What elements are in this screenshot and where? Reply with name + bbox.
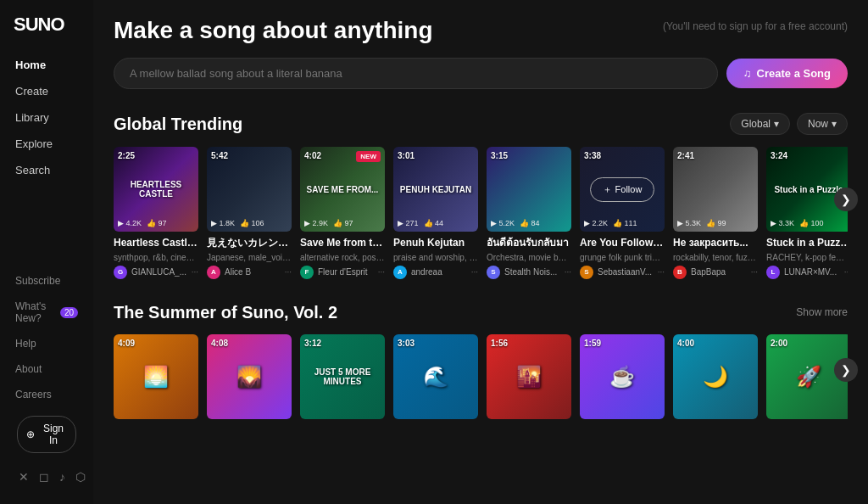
sidebar-item-library[interactable]: Library [8, 105, 85, 130]
trending-next-button[interactable]: ❯ [834, 188, 858, 211]
summer-card-s4[interactable]: 3:03 🌊 [393, 334, 478, 424]
card-more-button[interactable]: ··· [285, 267, 292, 277]
card-artist: A Alice B ··· [207, 266, 292, 279]
card-duration: 3:24 [771, 151, 787, 160]
card-more-button[interactable]: ··· [378, 267, 385, 277]
play-count: ▶ 3.3K [771, 219, 794, 227]
trending-card-mienai-calendar[interactable]: 5:42 ▶ 1.8K 👍 106 見えないカレンダー Japanese, ma… [207, 147, 292, 279]
card-more-button[interactable]: ··· [658, 267, 665, 277]
summer-card-s5[interactable]: 1:56 🌇 [487, 334, 571, 424]
card-artist: S Stealth Nois... ··· [487, 266, 571, 279]
card-artist: S SebastiaanV... ··· [580, 266, 665, 279]
card-duration: 4:08 [211, 339, 228, 348]
trending-card-are-you-following[interactable]: 3:38 ＋ Follow ▶ 2.2K 👍 111 Are You Follo… [580, 147, 665, 279]
play-count: ▶ 2.9K [304, 219, 328, 227]
search-input[interactable] [114, 58, 718, 89]
card-duration: 5:42 [211, 151, 228, 160]
artist-avatar: S [580, 266, 593, 279]
trending-section-header: Global Trending Global ▾ Now ▾ [114, 113, 848, 135]
summer-cards-container: 4:09 🌅 4:08 🌄 3:12 JUST 5 MORE MINUTES 3… [114, 334, 848, 424]
now-filter-button[interactable]: Now ▾ [797, 113, 848, 135]
sidebar-item-create[interactable]: Create [8, 79, 85, 104]
sidebar-item-careers[interactable]: Careers [8, 384, 85, 406]
trending-cards-container: 2:25 HEARTLESS CASTLE ▶ 4.2K 👍 97 Heartl… [114, 147, 848, 279]
card-title: Are You Following? [580, 237, 665, 250]
like-count: 👍 97 [147, 219, 167, 227]
card-more-button[interactable]: ··· [471, 267, 478, 277]
sign-in-button[interactable]: ⊕ Sign In [17, 416, 76, 453]
card-stats: ▶ 2.9K 👍 97 [304, 219, 353, 227]
summer-card-s1[interactable]: 4:09 🌅 [114, 334, 198, 424]
trending-card-penuh-kejutan[interactable]: 3:01 PENUH KEJUTAN ▶ 271 👍 44 Penuh Keju… [393, 147, 478, 279]
card-title: Heartless Castle 😎 [114, 237, 198, 250]
card-genre: grunge folk punk triphop ... [580, 253, 665, 262]
card-more-button[interactable]: ··· [192, 267, 198, 277]
trending-card-save-me-from-fall[interactable]: 4:02 NEW SAVE ME FROM... ▶ 2.9K 👍 97 Sav… [300, 147, 385, 279]
card-artist: F Fleur d'Esprit ··· [300, 266, 385, 279]
sidebar-item-search[interactable]: Search [8, 158, 85, 182]
summer-card-s6[interactable]: 1:59 ☕ [580, 334, 665, 424]
sign-in-label: Sign In [40, 423, 67, 446]
card-genre: praise and worship, chris... [393, 253, 478, 262]
card-title: Penuh Kejutan [393, 237, 478, 250]
tiktok-icon[interactable]: ♪ [59, 470, 65, 484]
sidebar-item-home[interactable]: Home [8, 53, 85, 77]
create-song-button[interactable]: ♫ Create a Song [726, 59, 848, 88]
summer-cards-row: 4:09 🌅 4:08 🌄 3:12 JUST 5 MORE MINUTES 3… [114, 334, 848, 424]
summer-section-header: The Summer of Suno, Vol. 2 Show more [114, 303, 848, 322]
sidebar-item-whats-new[interactable]: What's New? 20 [8, 295, 85, 329]
create-song-label: Create a Song [757, 67, 831, 80]
sidebar-item-about[interactable]: About [8, 358, 85, 380]
summer-card-s8[interactable]: 2:00 🚀 [766, 334, 848, 424]
play-count: ▶ 4.2K [118, 219, 142, 227]
chevron-down-icon-2: ▾ [832, 118, 837, 130]
global-filter-button[interactable]: Global ▾ [730, 113, 790, 135]
card-title: อันดีต้อนรับกลับมา [487, 237, 571, 250]
sidebar-item-explore[interactable]: Explore [8, 132, 85, 156]
instagram-icon[interactable]: ◻ [39, 470, 49, 484]
card-thumbnail: 4:08 🌄 [207, 334, 292, 419]
trending-card-stuck-in-puzzle[interactable]: 3:24 Stuck in a Puzzle ▶ 3.3K 👍 100 Stuc… [766, 147, 848, 279]
card-more-button[interactable]: ··· [565, 267, 571, 277]
summer-card-s3[interactable]: 3:12 JUST 5 MORE MINUTES [300, 334, 385, 424]
trending-card-heartless-castle[interactable]: 2:25 HEARTLESS CASTLE ▶ 4.2K 👍 97 Heartl… [114, 147, 198, 279]
sidebar-item-subscribe[interactable]: Subscribe [8, 270, 85, 292]
card-thumbnail: 3:03 🌊 [393, 334, 478, 419]
sidebar-item-help[interactable]: Help [8, 333, 85, 355]
summer-next-button[interactable]: ❯ [834, 358, 858, 382]
card-artist: A andreaa ··· [393, 266, 478, 279]
card-stats: ▶ 5.3K 👍 99 [677, 219, 726, 227]
card-duration: 3:12 [304, 339, 321, 348]
artist-avatar: A [393, 266, 407, 279]
card-genre: RACHEY, k-pop female v... [766, 253, 848, 262]
trending-cards-row: 2:25 HEARTLESS CASTLE ▶ 4.2K 👍 97 Heartl… [114, 147, 848, 279]
trending-card-he-zakrasit[interactable]: 2:41 ▶ 5.3K 👍 99 Не закрасить... rockabi… [673, 147, 758, 279]
summer-card-s7[interactable]: 4:00 🌙 [673, 334, 758, 424]
card-stats: ▶ 1.8K 👍 106 [211, 219, 264, 227]
play-count: ▶ 2.2K [584, 219, 608, 227]
sign-in-icon: ⊕ [26, 428, 35, 440]
card-thumbnail: 1:59 ☕ [580, 334, 665, 419]
play-count: ▶ 271 [398, 219, 419, 227]
artist-avatar: A [207, 266, 220, 279]
like-count: 👍 84 [520, 219, 540, 227]
card-duration: 1:56 [491, 339, 508, 348]
play-count: ▶ 5.2K [491, 219, 515, 227]
trending-card-ton-ton[interactable]: 3:15 ▶ 5.2K 👍 84 อันดีต้อนรับกลับมา Orch… [487, 147, 571, 279]
follow-button[interactable]: ＋ Follow [590, 177, 655, 202]
card-thumbnail: 4:02 NEW SAVE ME FROM... ▶ 2.9K 👍 97 [300, 147, 385, 232]
social-links: ✕ ◻ ♪ ⬡ [8, 463, 85, 490]
discord-icon[interactable]: ⬡ [75, 470, 86, 484]
card-thumbnail: 4:00 🌙 [673, 334, 758, 419]
show-more-link[interactable]: Show more [796, 306, 848, 318]
card-thumbnail: 4:09 🌅 [114, 334, 198, 419]
card-more-button[interactable]: ··· [751, 267, 758, 277]
twitter-icon[interactable]: ✕ [19, 470, 29, 484]
summer-section: The Summer of Suno, Vol. 2 Show more 4:0… [114, 303, 848, 424]
card-duration: 4:09 [118, 339, 135, 348]
card-title: Stuck in a Puzzle x... [766, 237, 848, 250]
card-artist: G GIANLUCA_... ··· [114, 266, 198, 279]
card-genre: Orchestra, movie backgr... [487, 253, 571, 262]
card-more-button[interactable]: ··· [844, 267, 848, 277]
summer-card-s2[interactable]: 4:08 🌄 [207, 334, 292, 424]
